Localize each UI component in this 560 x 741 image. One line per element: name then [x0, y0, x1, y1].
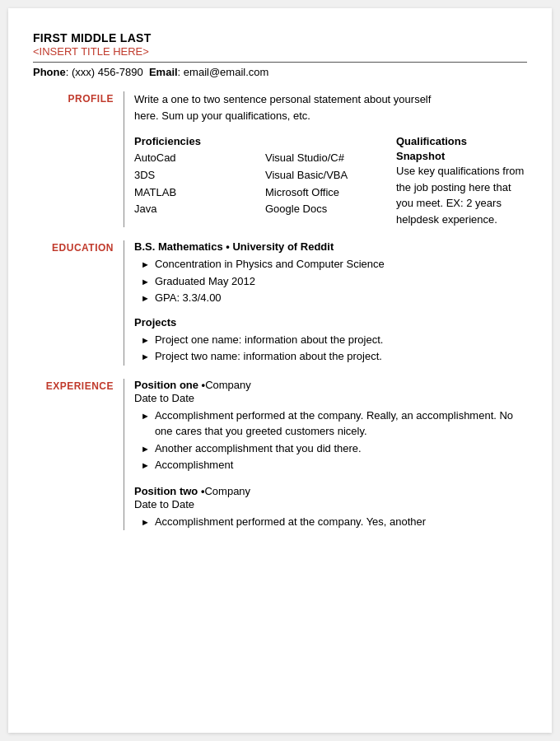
pos1-bullet-2: ► Accomplishment: [141, 457, 527, 473]
prof-item-2: MATLAB: [134, 184, 265, 202]
experience-divider: [124, 379, 124, 531]
pos2-company: Company: [204, 485, 250, 497]
header-title: <INSERT TITLE HERE>: [33, 45, 527, 58]
project-bullet-1: ► Project two name: information about th…: [141, 348, 527, 365]
edu-university: University of Reddit: [232, 240, 334, 253]
bullet-arrow-icon: ►: [141, 350, 150, 364]
prof-col1: Proficiencies AutoCad 3DS MATLAB Java: [134, 135, 265, 227]
profile-section: PROFILE Write a one to two sentence pers…: [33, 91, 527, 227]
bullet-arrow-icon: ►: [141, 515, 150, 529]
pos1-bullet-list: ► Accomplishment performed at the compan…: [134, 408, 527, 473]
phone-label: Phone: [33, 66, 66, 78]
education-divider: [124, 240, 124, 366]
bullet-arrow-icon: ►: [141, 409, 150, 423]
experience-section: EXPERIENCE Position one •Company Date to…: [33, 379, 527, 531]
bullet-arrow-icon: ►: [141, 258, 150, 272]
position-1-title: Position one •Company: [134, 379, 527, 391]
prof-item-c2-3: Google Docs: [265, 201, 396, 218]
pos1-sep: •: [198, 379, 205, 391]
education-label: EDUCATION: [33, 240, 124, 366]
header-contact: Phone: (xxx) 456-7890 Email: email@email…: [33, 66, 527, 78]
pos2-bullet-0: ► Accomplishment performed at the compan…: [141, 514, 527, 530]
header-divider: [33, 62, 527, 63]
bullet-arrow-icon: ►: [141, 275, 150, 289]
qual-col: Qualifications Snapshot Use key qualific…: [396, 135, 527, 227]
pos2-title: Position two: [134, 485, 198, 497]
qual-text: Use key qualifications from the job post…: [396, 163, 527, 227]
phone-value: (xxx) 456-7890: [72, 66, 143, 78]
pos1-company: Company: [205, 379, 251, 391]
pos2-bullet-list: ► Accomplishment performed at the compan…: [134, 514, 527, 530]
pos1-bullet-0: ► Accomplishment performed at the compan…: [141, 408, 527, 440]
pos1-bullet-1: ► Another accomplishment that you did th…: [141, 440, 527, 457]
prof-col2: Visual Studio/C# Visual Basic/VBA Micros…: [265, 135, 396, 227]
edu-degree: B.S. Mathematics • University of Reddit: [134, 240, 527, 253]
profile-text-line1: Write a one to two sentence personal sta…: [134, 91, 527, 108]
pos2-date: Date to Date: [134, 498, 527, 510]
projects-bullet-list: ► Project one name: information about th…: [134, 332, 527, 365]
prof-item-c2-0: Visual Studio/C#: [265, 150, 396, 167]
edu-bullet-text-0: Concentration in Physics and Computer Sc…: [155, 256, 385, 273]
edu-bullet-0: ► Concentration in Physics and Computer …: [141, 256, 527, 273]
bullet-arrow-icon: ►: [141, 291, 150, 305]
pos1-title: Position one: [134, 379, 198, 391]
edu-degree-bold: B.S. Mathematics: [134, 240, 223, 253]
education-section: EDUCATION B.S. Mathematics • University …: [33, 240, 527, 366]
edu-bullet-text-1: Graduated May 2012: [155, 273, 255, 290]
bullet-arrow-icon: ►: [141, 459, 150, 473]
project-bullet-0: ► Project one name: information about th…: [141, 332, 527, 348]
resume-page: FIRST MIDDLE LAST <INSERT TITLE HERE> Ph…: [8, 8, 552, 733]
edu-bullet-1: ► Graduated May 2012: [141, 273, 527, 290]
prof-item-1: 3DS: [134, 167, 265, 184]
email-label: Email: [149, 66, 178, 78]
position-2-title: Position two •Company: [134, 485, 527, 497]
pos1-bullet-text-1: Another accomplishment that you did ther…: [155, 440, 362, 457]
position-2-block: Position two •Company Date to Date ► Acc…: [134, 485, 527, 530]
pos2-bullet-text-0: Accomplishment performed at the company.…: [155, 514, 426, 530]
edu-bullet-2: ► GPA: 3.3/4.00: [141, 290, 527, 306]
proficiencies-row: Proficiencies AutoCad 3DS MATLAB Java Vi…: [134, 135, 527, 227]
edu-separator: •: [223, 240, 233, 253]
experience-label: EXPERIENCE: [33, 379, 124, 531]
edu-bullet-text-2: GPA: 3.3/4.00: [155, 290, 222, 306]
profile-divider: [124, 91, 124, 227]
experience-content: Position one •Company Date to Date ► Acc…: [134, 379, 527, 531]
profile-content: Write a one to two sentence personal sta…: [134, 91, 527, 227]
bullet-arrow-icon: ►: [141, 442, 150, 456]
bullet-arrow-icon: ►: [141, 333, 150, 347]
prof-header2: [265, 135, 396, 147]
profile-label: PROFILE: [33, 91, 124, 227]
prof-item-0: AutoCad: [134, 150, 265, 167]
pos1-bullet-text-2: Accomplishment: [155, 457, 233, 473]
profile-text-line2: here. Sum up your qualifications, etc.: [134, 108, 527, 124]
prof-header: Proficiencies: [134, 135, 265, 147]
education-content: B.S. Mathematics • University of Reddit …: [134, 240, 527, 366]
prof-item-3: Java: [134, 201, 265, 218]
header-name: FIRST MIDDLE LAST: [33, 31, 527, 44]
prof-item-c2-2: Microsoft Office: [265, 184, 396, 202]
projects-title: Projects: [134, 316, 527, 329]
email-value: email@email.com: [184, 66, 269, 78]
qual-header: Qualifications: [396, 135, 527, 147]
pos1-date: Date to Date: [134, 392, 527, 404]
pos1-bullet-text-0: Accomplishment performed at the company.…: [155, 408, 527, 440]
project-bullet-text-0: Project one name: information about the …: [155, 332, 384, 348]
edu-bullet-list: ► Concentration in Physics and Computer …: [134, 256, 527, 306]
prof-item-c2-1: Visual Basic/VBA: [265, 167, 396, 184]
project-bullet-text-1: Project two name: information about the …: [155, 348, 382, 365]
qual-snapshot: Snapshot: [396, 150, 527, 162]
